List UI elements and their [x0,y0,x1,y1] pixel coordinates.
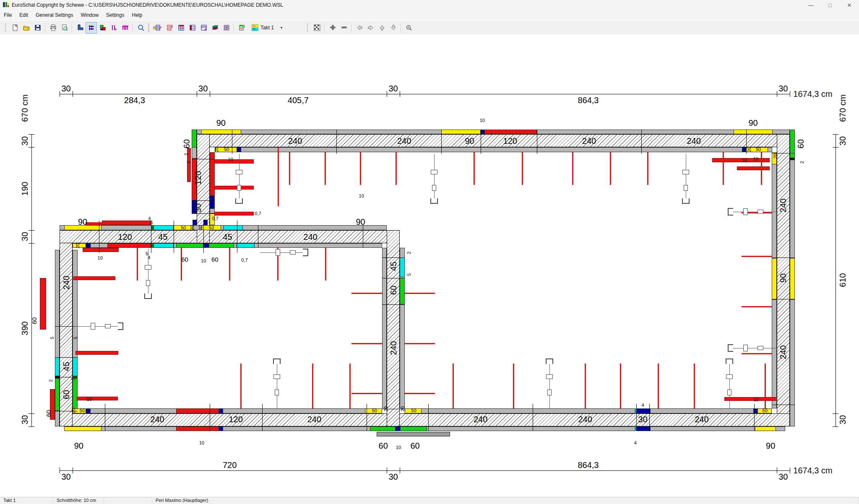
plan-label: 20 [190,225,195,230]
menu-item-settings[interactable]: Settings [102,11,128,19]
formwork-panel-yellow [201,130,241,134]
zoomwin-button[interactable] [403,22,414,34]
plan-label: 240 [687,136,700,145]
minus-button[interactable] [338,22,349,34]
formwork-panel-cyan [154,225,174,230]
menu-item-help[interactable]: Help [128,11,146,19]
tie-mark [522,152,523,185]
supports-button[interactable] [120,22,131,34]
right-button[interactable] [365,22,376,34]
menu-item-file[interactable]: File [0,11,16,19]
formwork-panel-yellow [441,130,481,134]
menu-item-window[interactable]: Window [77,11,102,19]
assign-button[interactable] [108,22,120,34]
tie-mark [585,364,586,408]
tie-mark [610,152,611,185]
dim-left-tick [29,426,34,427]
toolbar-grip[interactable] [5,23,7,32]
panel-joint [192,159,214,159]
shuttering-button[interactable] [97,22,108,34]
panel-joint [192,213,214,214]
prop-bracket [235,198,243,204]
save-icon [34,24,42,31]
panel-joint [336,130,337,154]
fit-button[interactable] [311,22,323,34]
drawing-canvas[interactable]: 2402409012024024090901060260220502050101… [0,34,859,497]
up-button[interactable] [376,22,388,34]
grid-icon [88,24,95,31]
formwork-panel-yellow [772,258,776,300]
prop-box [105,324,111,328]
takt-selector-value: Takt 1 [260,25,274,31]
plan-label: 60 [44,410,52,417]
down-button[interactable] [388,22,399,34]
dim-right-tick [833,134,838,135]
plan-label: 50 [209,225,214,230]
save-button[interactable] [32,22,43,34]
plan-label: 10 [199,440,204,445]
prop-box [546,374,553,379]
prop-box [431,170,437,174]
status-cell-3: Peri Maximo (Hauptlager) [152,497,859,504]
list-info-button[interactable]: i [164,22,175,34]
close-button[interactable]: ✕ [840,0,859,10]
table1-button[interactable] [175,22,187,34]
formwork-panel-gray [382,248,387,408]
plan-label: 10 [754,397,759,402]
panel-joint [55,357,78,358]
print-button[interactable] [47,22,59,34]
zoom-button[interactable] [135,22,146,34]
panel-joint [382,278,405,278]
plan-label: 45 [61,362,71,371]
formwork-panel-green [55,378,60,411]
toolbar-grip[interactable] [307,23,309,32]
panel-joint [428,404,429,431]
tie-mark [723,152,724,185]
plan-label: 240 [388,341,398,355]
panel-joint [772,405,794,405]
new-button[interactable] [9,22,21,34]
plan-label: 20 [773,153,778,158]
tie-mark [349,364,351,408]
toolbar-navigation [306,22,414,33]
menu-item-edit[interactable]: Edit [16,11,32,19]
maximize-button[interactable]: □ [820,0,840,10]
plan-label: 5 [49,337,55,339]
dim-top-tick [777,91,777,97]
formwork-panel-navy [637,408,651,413]
minimize-button[interactable]: — [801,0,820,10]
report-button[interactable] [198,22,209,34]
dim-bottom-tick [777,468,777,473]
panel-joint [636,404,637,431]
prop-box [236,170,242,174]
prop-bracket [728,208,733,216]
dim-bottom-label: 30 [778,472,788,482]
table2-button[interactable] [187,22,198,34]
wall [387,230,400,426]
takt-selector[interactable]: T1T2Takt 1▼ [250,24,285,31]
toolbar-grip[interactable] [148,23,151,32]
open-button[interactable] [21,22,32,34]
panel-joint [210,404,210,431]
tie-mark [137,248,138,281]
menu-item-general-settings[interactable]: General Settings [32,11,77,19]
plan-label: 10 [480,118,485,123]
stock-button[interactable] [209,22,221,34]
list-edit-button[interactable] [153,22,164,34]
left-button[interactable] [354,22,365,34]
catalog-button[interactable] [221,22,232,34]
plus-button[interactable] [327,22,338,34]
plan-label: 240 [578,415,592,424]
dim-bottom-tick [790,468,790,473]
panel-joint [363,225,363,248]
formwork-panel-yellow [64,426,101,431]
grid-button[interactable] [86,22,97,34]
preview-button[interactable] [59,22,70,34]
formwork-panel-cyan [73,357,77,376]
parts-button[interactable]: i [236,22,247,34]
plan-label: 2 [186,161,191,163]
plan-label: 10 [742,158,747,163]
walls-button[interactable] [74,22,86,34]
plan-label: 240 [695,415,708,424]
plan-label: 2 [406,252,411,254]
